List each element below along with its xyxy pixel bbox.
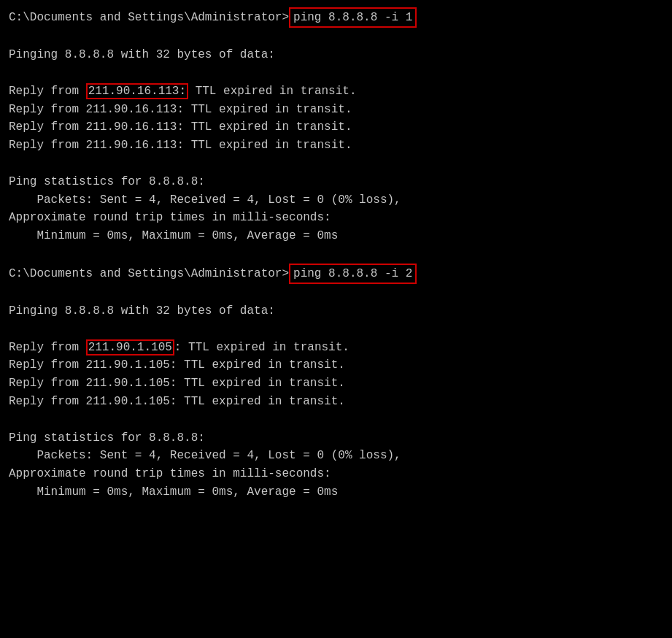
reply-line-2-2: Reply from 211.90.1.105: TTL expired in … <box>9 356 663 374</box>
approx-line-1: Approximate round trip times in milli-se… <box>9 209 663 227</box>
stats-header-1: Ping statistics for 8.8.8.8: <box>9 173 663 191</box>
packets-line-2: Packets: Sent = 4, Received = 4, Lost = … <box>9 447 663 465</box>
reply-line-1-2: Reply from 211.90.16.113: TTL expired in… <box>9 101 663 119</box>
reply-ip-box-1: 211.90.16.113: <box>86 83 188 99</box>
reply-from-label-2-1: Reply from <box>9 341 86 354</box>
pinging-line-2: Pinging 8.8.8.8 with 32 bytes of data: <box>9 302 663 320</box>
blank-4 <box>9 245 663 264</box>
command-line-1: C:\Documents and Settings\Administrator>… <box>9 7 663 28</box>
minmax-line-2: Minimum = 0ms, Maximum = 0ms, Average = … <box>9 483 663 501</box>
packets-line-1: Packets: Sent = 4, Received = 4, Lost = … <box>9 191 663 210</box>
terminal-window: C:\Documents and Settings\Administrator>… <box>9 7 663 501</box>
reply-ip-box-2: 211.90.1.105 <box>86 339 174 355</box>
prompt-1: C:\Documents and Settings\Administrator> <box>9 9 289 27</box>
reply-from-label-1-1: Reply from <box>9 85 86 98</box>
command-box-1: ping 8.8.8.8 -i 1 <box>289 7 417 28</box>
reply-suffix-2-1: : TTL expired in transit. <box>174 341 349 354</box>
blank-5 <box>9 284 663 302</box>
pinging-line-1: Pinging 8.8.8.8 with 32 bytes of data: <box>9 46 663 64</box>
blank-7 <box>9 411 663 429</box>
reply-line-1-1: Reply from 211.90.16.113: TTL expired in… <box>9 82 663 101</box>
reply-line-2-1: Reply from 211.90.1.105: TTL expired in … <box>9 339 663 357</box>
stats-header-2: Ping statistics for 8.8.8.8: <box>9 429 663 447</box>
reply-line-1-4: Reply from 211.90.16.113: TTL expired in… <box>9 137 663 155</box>
command-box-2: ping 8.8.8.8 -i 2 <box>289 264 417 284</box>
reply-line-2-4: Reply from 211.90.1.105: TTL expired in … <box>9 393 663 411</box>
blank-3 <box>9 155 663 173</box>
approx-line-2: Approximate round trip times in milli-se… <box>9 465 663 483</box>
reply-line-2-3: Reply from 211.90.1.105: TTL expired in … <box>9 374 663 393</box>
command-line-2: C:\Documents and Settings\Administrator>… <box>9 264 663 284</box>
blank-1 <box>9 28 663 46</box>
reply-line-1-3: Reply from 211.90.16.113: TTL expired in… <box>9 118 663 137</box>
blank-2 <box>9 64 663 82</box>
reply-suffix-1-1: TTL expired in transit. <box>188 85 356 98</box>
prompt-2: C:\Documents and Settings\Administrator> <box>9 265 289 283</box>
minmax-line-1: Minimum = 0ms, Maximum = 0ms, Average = … <box>9 227 663 245</box>
blank-6 <box>9 320 663 339</box>
